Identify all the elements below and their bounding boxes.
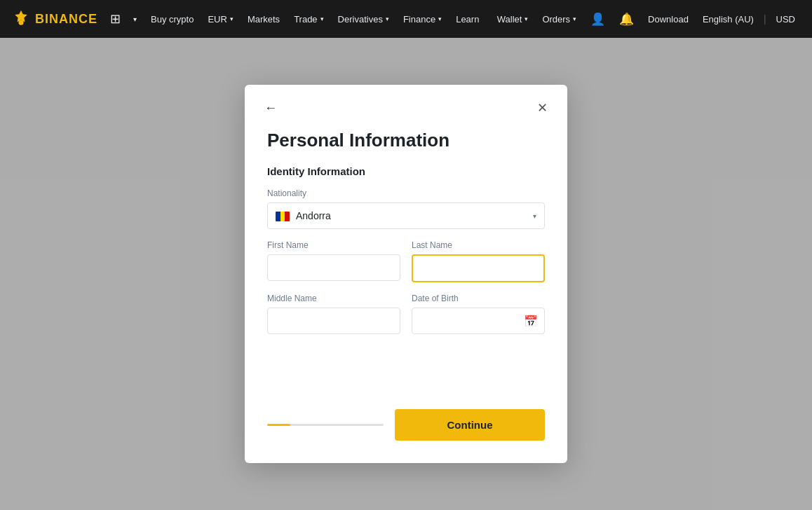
dob-input-wrapper: 📅 [412, 308, 545, 334]
name-row: First Name Last Name [267, 240, 545, 294]
nav-wallet[interactable]: Wallet ▾ [492, 10, 534, 29]
nav-markets[interactable]: Markets [242, 10, 285, 29]
dob-input[interactable] [412, 308, 545, 334]
grid-icon[interactable]: ⊞ [106, 8, 125, 29]
modal-title: Personal Information [245, 117, 567, 151]
first-name-input[interactable] [267, 254, 400, 281]
nationality-select[interactable]: Andorra [267, 202, 545, 229]
nationality-select-wrapper: Andorra ▾ [267, 202, 545, 229]
first-name-group: First Name [267, 240, 400, 282]
bell-icon[interactable]: 🔔 [614, 8, 640, 31]
first-name-label: First Name [267, 240, 400, 250]
navbar: BINANCE ⊞ ▾ Buy crypto EUR ▾ Markets Tra… [0, 0, 812, 38]
modal-header: ← ✕ [245, 85, 567, 117]
nav-language[interactable]: English (AU) [697, 10, 759, 29]
modal-body: Identity Information Nationality Andorra… [245, 151, 567, 395]
nav-orders[interactable]: Orders ▾ [536, 10, 582, 29]
logo-text: BINANCE [35, 12, 97, 27]
nav-download[interactable]: Download [642, 10, 694, 29]
back-button[interactable]: ← [262, 99, 280, 117]
progress-bar-fill [267, 424, 290, 426]
nav-divider: | [762, 13, 768, 25]
nav-buy-crypto[interactable]: Buy crypto [145, 10, 199, 29]
binance-logo-icon [11, 9, 31, 29]
last-name-input[interactable] [412, 254, 545, 282]
nav-currency[interactable]: USD [771, 10, 801, 29]
continue-button[interactable]: Continue [395, 409, 545, 441]
nationality-group: Nationality Andorra ▾ [267, 188, 545, 229]
svg-point-0 [19, 20, 24, 25]
nav-learn[interactable]: Learn [450, 10, 485, 29]
dob-group: Date of Birth 📅 [412, 294, 545, 334]
nav-eur[interactable]: EUR ▾ [202, 10, 238, 29]
chevron-down-icon[interactable]: ▾ [128, 11, 142, 27]
middle-dob-row: Middle Name Date of Birth 📅 [267, 294, 545, 345]
logo[interactable]: BINANCE [11, 9, 97, 29]
middle-name-input[interactable] [267, 308, 400, 334]
modal-footer: Continue [245, 395, 567, 441]
modal-overlay: ← ✕ Personal Information Identity Inform… [0, 38, 812, 510]
user-icon[interactable]: 👤 [585, 8, 611, 31]
middle-name-group: Middle Name [267, 294, 400, 334]
last-name-group: Last Name [412, 240, 545, 282]
nationality-label: Nationality [267, 188, 545, 198]
close-button[interactable]: ✕ [534, 99, 550, 117]
last-name-label: Last Name [412, 240, 545, 250]
middle-name-label: Middle Name [267, 294, 400, 303]
nav-right: Wallet ▾ Orders ▾ 👤 🔔 Download English (… [492, 8, 801, 31]
personal-information-modal: ← ✕ Personal Information Identity Inform… [245, 85, 567, 463]
nav-trade[interactable]: Trade ▾ [288, 10, 329, 29]
nav-derivatives[interactable]: Derivatives ▾ [332, 10, 395, 29]
identity-section-title: Identity Information [267, 165, 545, 177]
progress-bar [267, 424, 384, 426]
dob-label: Date of Birth [412, 294, 545, 303]
nav-finance[interactable]: Finance ▾ [398, 10, 447, 29]
